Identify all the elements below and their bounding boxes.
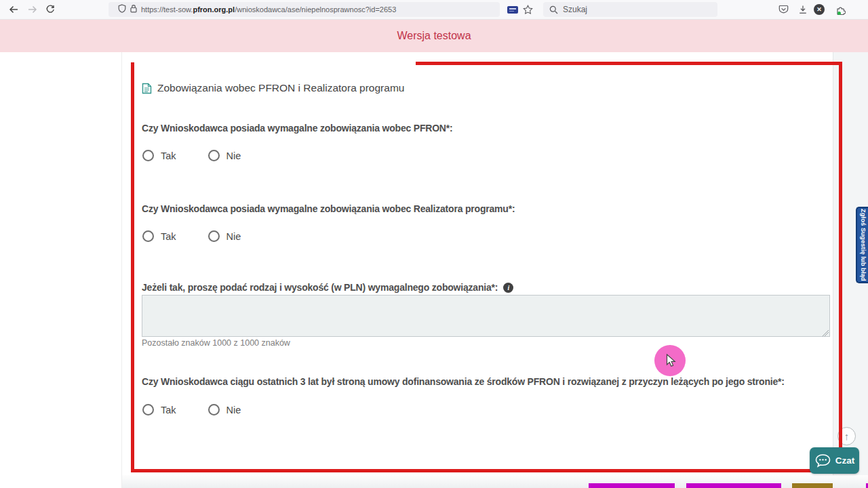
radio-q3-nie-label[interactable]: Nie — [226, 405, 241, 415]
arrow-up-icon: ↑ — [844, 430, 850, 442]
radio-q3-tak-label[interactable]: Tak — [161, 405, 176, 415]
question-2-label: Czy Wnioskodawca posiada wymagalne zobow… — [142, 203, 515, 214]
partial-button-magenta-1[interactable] — [589, 483, 675, 488]
chat-button[interactable]: Czat — [810, 447, 859, 474]
textarea-label: Jeżeli tak, proszę podać rodzaj i wysoko… — [142, 282, 498, 293]
close-circle-icon[interactable]: ✕ — [814, 4, 825, 15]
shield-icon[interactable] — [118, 3, 126, 16]
url-bar[interactable]: https://test-sow.pfron.org.pl/wnioskodaw… — [108, 2, 500, 17]
textarea-label-row: Jeżeli tak, proszę podać rodzaj i wysoko… — [142, 282, 513, 293]
browser-toolbar: https://test-sow.pfron.org.pl/wnioskodaw… — [0, 0, 868, 20]
question-3-label: Czy Wnioskodawca ciągu ostatnich 3 lat b… — [142, 376, 785, 387]
chat-bubble-icon — [814, 453, 831, 468]
puzzle-icon[interactable] — [833, 3, 847, 16]
search-input[interactable]: Szukaj — [543, 2, 717, 17]
bookmark-star-icon[interactable] — [521, 3, 534, 16]
report-suggestion-label: Zgłoś Sugestię lub błąd — [860, 209, 867, 281]
chat-label: Czat — [835, 455, 855, 466]
question-1-label: Czy Wnioskodawca posiada wymagalne zobow… — [142, 123, 452, 134]
banner-label: Wersja testowa — [397, 30, 471, 42]
question-2-options: Tak Nie — [142, 230, 266, 242]
section-title: Zobowiązania wobec PFRON i Realizatora p… — [157, 82, 404, 94]
partial-button-magenta-2[interactable] — [686, 483, 781, 488]
back-icon[interactable] — [7, 3, 20, 16]
report-suggestion-tab[interactable]: Zgłoś Sugestię lub błąd — [856, 207, 868, 283]
radio-q2-nie[interactable] — [208, 230, 220, 242]
reload-icon[interactable] — [43, 3, 57, 16]
form-card — [122, 52, 833, 488]
obligation-textarea[interactable] — [142, 295, 830, 337]
screen: https://test-sow.pfron.org.pl/wnioskodaw… — [0, 0, 868, 488]
question-1-options: Tak Nie — [142, 150, 266, 161]
search-icon — [549, 5, 558, 14]
highlight-rect-top — [416, 62, 842, 65]
cursor-icon — [666, 354, 676, 368]
radio-q2-tak-label[interactable]: Tak — [161, 231, 176, 242]
url-text[interactable]: https://test-sow.pfron.org.pl/wnioskodaw… — [141, 5, 396, 14]
card-left-edge — [121, 52, 122, 488]
radio-q1-tak[interactable] — [142, 150, 154, 161]
info-icon[interactable]: i — [503, 283, 513, 293]
radio-q1-nie[interactable] — [208, 150, 220, 161]
radio-q1-tak-label[interactable]: Tak — [161, 150, 176, 161]
radio-q3-tak[interactable] — [142, 404, 154, 415]
section-header: Zobowiązania wobec PFRON i Realizatora p… — [142, 82, 404, 94]
textarea-resize-grip[interactable] — [823, 330, 829, 336]
extension-badge-icon[interactable] — [507, 6, 518, 14]
question-3-options: Tak Nie — [142, 404, 266, 415]
forward-icon[interactable] — [26, 3, 39, 16]
search-placeholder: Szukaj — [563, 5, 587, 14]
radio-q3-nie[interactable] — [208, 404, 220, 415]
char-counter: Pozostało znaków 1000 z 1000 znaków — [142, 338, 290, 348]
radio-q2-tak[interactable] — [142, 230, 154, 242]
lock-icon[interactable] — [130, 3, 137, 16]
highlight-rect-right — [839, 62, 842, 472]
document-icon — [142, 83, 152, 94]
partial-button-gold[interactable] — [792, 483, 833, 488]
radio-q2-nie-label[interactable]: Nie — [226, 231, 241, 242]
pocket-icon[interactable] — [776, 3, 790, 16]
download-icon[interactable] — [796, 3, 810, 16]
radio-q1-nie-label[interactable]: Nie — [226, 150, 241, 161]
notification-dot — [837, 12, 841, 15]
highlight-rect-left — [131, 62, 134, 472]
test-version-banner: Wersja testowa — [0, 20, 868, 52]
menu-icon[interactable] — [849, 3, 863, 16]
highlight-rect-bottom — [131, 469, 842, 472]
